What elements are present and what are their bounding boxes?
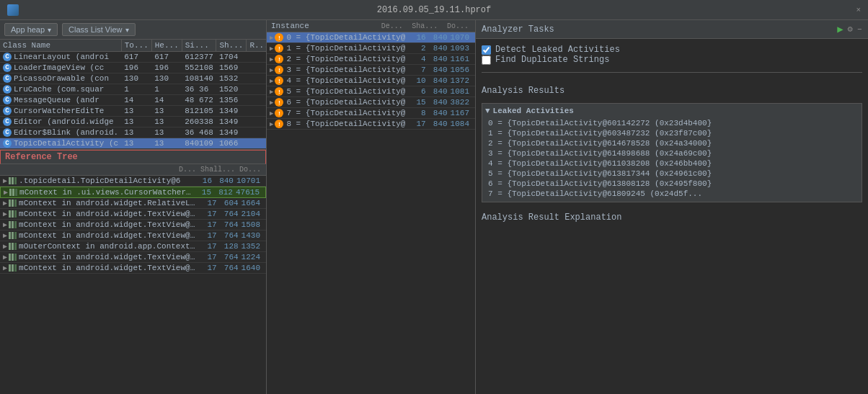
leaked-arrow[interactable]: ▼ bbox=[485, 107, 490, 115]
col-shallow-val: 1356 bbox=[216, 95, 247, 106]
col-retained-val bbox=[247, 84, 266, 95]
ref-shallow-val: 764 bbox=[220, 253, 242, 261]
ref-tree-row[interactable]: ▶ mOuterContext in android.app.ContextIm… bbox=[0, 241, 266, 252]
task-checkbox-row-1: Find Duplicate Strings bbox=[482, 55, 862, 65]
divider bbox=[482, 72, 862, 73]
ref-tree-row[interactable]: ▶ mContext in android.widget.TextView@60… bbox=[0, 230, 266, 241]
instance-row[interactable]: ▶ ! 4 = {TopicDetailActivity@ 10 840 137… bbox=[267, 76, 475, 86]
instance-row[interactable]: ▶ ! 2 = {TopicDetailActivity@ 4 840 1161 bbox=[267, 54, 475, 65]
instance-expand-arrow[interactable]: ▶ bbox=[270, 109, 273, 117]
col-heap: He... bbox=[151, 40, 182, 52]
inst-shallow-val: 840 bbox=[429, 66, 451, 74]
leaked-item[interactable]: 6 = {TopicDetailActivity@613808128 (0x24… bbox=[485, 179, 859, 189]
tree-expand-arrow[interactable]: ▶ bbox=[3, 253, 7, 261]
col-size-val: 840109 bbox=[182, 138, 216, 149]
ref-tree-row[interactable]: ▶ mContext in android.widget.TextView@60… bbox=[0, 209, 266, 220]
minimize-button[interactable]: – bbox=[857, 24, 862, 35]
leaked-item[interactable]: 2 = {TopicDetailActivity@614678528 (0x24… bbox=[485, 138, 859, 148]
settings-button[interactable]: ⚙ bbox=[848, 24, 853, 35]
inst-depth-val: 8 bbox=[407, 109, 429, 117]
instance-row[interactable]: ▶ ! 0 = {TopicDetailActivity@ 16 840 107… bbox=[267, 32, 475, 43]
inst-shallow-val: 840 bbox=[429, 87, 451, 96]
task-checkbox-0[interactable] bbox=[482, 45, 491, 55]
instance-rows[interactable]: ▶ ! 0 = {TopicDetailActivity@ 16 840 107… bbox=[267, 32, 475, 394]
instance-row[interactable]: ▶ ! 3 = {TopicDetailActivity@ 7 840 1056 bbox=[267, 65, 475, 76]
tree-expand-arrow[interactable]: ▶ bbox=[3, 199, 7, 207]
instance-row[interactable]: ▶ ! 6 = {TopicDetailActivity@ 15 840 382… bbox=[267, 97, 475, 108]
tree-expand-arrow[interactable]: ▶ bbox=[3, 210, 7, 218]
col-size-val: 612377 bbox=[182, 52, 216, 63]
instance-expand-arrow[interactable]: ▶ bbox=[270, 77, 273, 85]
tree-stack-icon bbox=[9, 200, 17, 207]
ref-tree-row[interactable]: ▶ mContext in android.widget.TextView@60… bbox=[0, 220, 266, 230]
ref-tree-row[interactable]: ▶ mContext in .ui.views.CursorWatcherEdi… bbox=[0, 187, 266, 198]
class-table-container: Class Name To... He... Si... Sh... R... … bbox=[0, 40, 266, 150]
class-table-row[interactable]: C LruCache (com.squar 1 1 36 36 1520 bbox=[0, 84, 266, 95]
view-dropdown[interactable]: Class List View bbox=[62, 23, 135, 36]
leaked-item[interactable]: 3 = {TopicDetailActivity@614898688 (0x24… bbox=[485, 148, 859, 158]
col-size-val: 812105 bbox=[182, 106, 216, 117]
leaked-item[interactable]: 5 = {TopicDetailActivity@613817344 (0x24… bbox=[485, 169, 859, 179]
instance-row[interactable]: ▶ ! 1 = {TopicDetailActivity@ 2 840 1093 bbox=[267, 43, 475, 54]
instance-expand-arrow[interactable]: ▶ bbox=[270, 34, 273, 42]
col-size-val: 552108 bbox=[182, 63, 216, 73]
tree-expand-arrow[interactable]: ▶ bbox=[3, 176, 7, 185]
instance-expand-arrow[interactable]: ▶ bbox=[270, 88, 273, 96]
leaked-item[interactable]: 4 = {TopicDetailActivity@611038208 (0x24… bbox=[485, 158, 859, 169]
instance-expand-arrow[interactable]: ▶ bbox=[270, 99, 273, 107]
close-tab-button[interactable]: × bbox=[856, 6, 861, 14]
ref-shallow-val: 128 bbox=[220, 242, 242, 251]
run-button[interactable]: ▶ bbox=[837, 23, 843, 35]
class-table-row[interactable]: C Editor (android.widge 13 13 260338 134… bbox=[0, 117, 266, 127]
col-total-val: 14 bbox=[121, 95, 151, 106]
class-name-text: LinearLayout (androi bbox=[14, 53, 109, 61]
ref-col-name bbox=[3, 166, 177, 174]
class-name-cell: C Editor (android.widge bbox=[0, 117, 121, 127]
col-total-val: 13 bbox=[121, 117, 151, 127]
class-table-row[interactable]: C Editor$Blink (android. 13 13 36 468 13… bbox=[0, 127, 266, 138]
ref-tree-row[interactable]: ▶ mContext in android.widget.TextView@60… bbox=[0, 252, 266, 263]
tree-expand-arrow[interactable]: ▶ bbox=[3, 242, 7, 251]
instance-expand-arrow[interactable]: ▶ bbox=[270, 45, 273, 53]
leaked-item[interactable]: 7 = {TopicDetailActivity@61809245 (0x24d… bbox=[485, 189, 859, 199]
instance-row[interactable]: ▶ ! 8 = {TopicDetailActivity@ 17 840 108… bbox=[267, 119, 475, 130]
instance-expand-arrow[interactable]: ▶ bbox=[270, 66, 273, 74]
tree-expand-arrow[interactable]: ▶ bbox=[3, 264, 7, 272]
class-table-row[interactable]: C LinearLayout (androi 617 617 612377 17… bbox=[0, 52, 266, 63]
title-bar: 2016.09.05_19.11.hprof × bbox=[0, 0, 868, 20]
tree-expand-arrow[interactable]: ▶ bbox=[3, 231, 7, 240]
leaked-item[interactable]: 1 = {TopicDetailActivity@603487232 (0x23… bbox=[485, 128, 859, 138]
ref-tree-row[interactable]: ▶ mContext in android.widget.RelativeLay… bbox=[0, 198, 266, 209]
instance-row[interactable]: ▶ ! 7 = {TopicDetailActivity@ 8 840 1167 bbox=[267, 108, 475, 119]
tree-expand-arrow[interactable]: ▶ bbox=[3, 220, 7, 229]
ref-depth-val: 17 bbox=[198, 253, 220, 261]
class-table-row[interactable]: C TopicDetailActivity (c 13 13 840109 10… bbox=[0, 138, 266, 149]
col-shallow: Sh... bbox=[216, 40, 247, 52]
instance-expand-arrow[interactable]: ▶ bbox=[270, 120, 273, 128]
class-name-cell: C LruCache (com.squar bbox=[0, 84, 121, 95]
tree-expand-arrow[interactable]: ▶ bbox=[4, 188, 8, 197]
heap-dropdown[interactable]: App heap bbox=[4, 23, 58, 36]
inst-depth-val: 4 bbox=[407, 55, 429, 63]
ref-dom-val: 1664 bbox=[242, 199, 263, 207]
ref-tree-rows[interactable]: ▶ .topicdetail.TopicDetailActivity@6 16 … bbox=[0, 176, 266, 394]
inst-dom-val: 1161 bbox=[451, 55, 472, 63]
inst-dom-val: 1081 bbox=[451, 87, 472, 96]
leaked-item[interactable]: 0 = {TopicDetailActivity@601142272 (0x23… bbox=[485, 118, 859, 128]
ref-tree-row[interactable]: ▶ mContext in android.widget.TextView@61… bbox=[0, 263, 266, 274]
instance-expand-arrow[interactable]: ▶ bbox=[270, 55, 273, 63]
class-table-body: C LinearLayout (androi 617 617 612377 17… bbox=[0, 52, 266, 149]
ref-tree-row-text: mContext in android.widget.RelativeLayou… bbox=[19, 199, 198, 207]
class-table-row[interactable]: C CursorWatcherEditTe 13 13 812105 1349 bbox=[0, 106, 266, 117]
inst-dom-val: 1084 bbox=[451, 120, 472, 128]
class-table-row[interactable]: C PicassoDrawable (con 130 130 108140 15… bbox=[0, 73, 266, 84]
instance-text: 5 = {TopicDetailActivity@ bbox=[286, 87, 407, 96]
ref-tree-row-text: mContext in .ui.views.CursorWatcherEditT… bbox=[19, 188, 192, 197]
instance-row[interactable]: ▶ ! 5 = {TopicDetailActivity@ 6 840 1081 bbox=[267, 86, 475, 97]
class-table-row[interactable]: C LoaderImageView (cc 196 196 552108 156… bbox=[0, 63, 266, 73]
task-checkbox-1[interactable] bbox=[482, 55, 491, 65]
class-table-row[interactable]: C MessageQueue (andr 14 14 48 672 1356 bbox=[0, 95, 266, 106]
col-heap-val: 196 bbox=[151, 63, 182, 73]
col-shallow-val: 1066 bbox=[216, 138, 247, 149]
ref-tree-row[interactable]: ▶ .topicdetail.TopicDetailActivity@6 16 … bbox=[0, 176, 266, 187]
